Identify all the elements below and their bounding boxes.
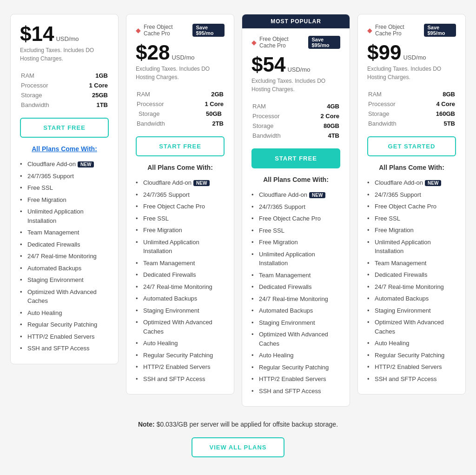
spec-label: RAM <box>21 71 73 80</box>
view-all-button[interactable]: VIEW ALL PLANS <box>192 437 284 457</box>
spec-label: Storage <box>21 91 73 100</box>
feature-item: Optimized With Advanced Caches <box>20 286 109 307</box>
spec-value: 160GB <box>420 109 455 118</box>
plan-popular: MOST POPULAR ◆ Free Object Cache Pro Sav… <box>242 14 350 407</box>
spec-value: 4TB <box>305 131 339 140</box>
plan-pro: ◆ Free Object Cache Pro Save $95/mo $99 … <box>357 14 466 395</box>
feature-item: Cloudflare Add-onNEW <box>20 158 109 170</box>
features-heading: All Plans Come With: <box>136 164 225 171</box>
spec-row-highlight: Storage 50GB <box>137 109 224 118</box>
feature-item: Automated Backups <box>20 262 109 274</box>
cta-button[interactable]: START FREE <box>136 136 225 156</box>
new-badge: NEW <box>78 161 94 167</box>
feature-item: Staging Environment <box>136 305 225 317</box>
specs-table: RAM 8GB Processor 4 Core Storage 160GB B… <box>367 89 456 129</box>
spec-row: Bandwidth 1TB <box>21 100 108 109</box>
feature-item: 24/7/365 Support <box>136 189 225 201</box>
feature-item: SSH and SFTP Access <box>251 385 340 397</box>
feature-item: Free Migration <box>367 224 456 236</box>
feature-item: Free Object Cache Pro <box>251 213 340 225</box>
feature-item: Cloudflare Add-onNEW <box>251 189 340 201</box>
spec-value: 50GB <box>188 109 224 118</box>
price-row: $99 USD/mo <box>367 42 456 63</box>
feature-item: 24/7/365 Support <box>251 201 340 213</box>
specs-table: RAM 1GB Processor 1 Core Storage 25GB Ba… <box>20 70 109 110</box>
feature-item: HTTP/2 Enabled Servers <box>20 331 109 343</box>
feature-item: Free Migration <box>251 236 340 248</box>
save-badge: Save $95/mo <box>192 24 225 37</box>
popular-badge: MOST POPULAR <box>242 14 350 28</box>
spec-label: Bandwidth <box>137 119 187 128</box>
spec-label: Processor <box>252 112 304 120</box>
spec-row: Processor 2 Core <box>252 112 339 120</box>
features-list: Cloudflare Add-onNEW24/7/365 SupportFree… <box>367 177 456 385</box>
spec-label: Processor <box>21 81 73 90</box>
cta-button[interactable]: START FREE <box>251 148 340 168</box>
feature-item: Team Management <box>136 257 225 269</box>
cta-button[interactable]: GET STARTED <box>367 136 456 156</box>
cta-button[interactable]: START FREE <box>20 118 109 138</box>
features-heading: All Plans Come With: <box>251 176 340 183</box>
price-amount: $54 <box>251 54 285 75</box>
feature-item: Automated Backups <box>251 305 340 317</box>
spec-row: Bandwidth 2TB <box>137 119 224 128</box>
price-note: Excluding Taxes. Includes DO Hosting Cha… <box>136 65 225 81</box>
spec-label: Storage <box>252 121 304 130</box>
feature-item: Unlimited Application Installation <box>367 236 456 257</box>
feature-item: Free SSL <box>136 213 225 225</box>
feature-item: Staging Environment <box>20 274 109 286</box>
promo-row: ◆ Free Object Cache Pro Save $95/mo <box>251 36 340 49</box>
price-note: Excluding Taxes. Includes DO Hosting Cha… <box>20 46 109 63</box>
specs-table: RAM 2GB Processor 1 Core Storage 50GB Ba… <box>136 89 225 129</box>
spec-row: Processor 4 Core <box>368 100 455 108</box>
spec-label: RAM <box>137 90 187 99</box>
spec-label: RAM <box>252 102 304 111</box>
spec-row: Processor 1 Core <box>21 81 108 90</box>
spec-label: Processor <box>368 100 419 108</box>
spec-value: 1GB <box>73 71 108 80</box>
price-amount: $99 <box>367 42 401 63</box>
spec-row: Storage 25GB <box>21 91 108 100</box>
promo-label: Free Object Cache Pro <box>144 24 190 37</box>
feature-item: HTTP/2 Enabled Servers <box>136 361 225 373</box>
feature-item: HTTP/2 Enabled Servers <box>367 361 456 373</box>
features-list: Cloudflare Add-onNEW24/7/365 SupportFree… <box>136 177 225 385</box>
feature-item: Auto Healing <box>136 337 225 349</box>
feature-item: Free SSL <box>20 182 109 194</box>
feature-item: Regular Security Patching <box>367 349 456 361</box>
feature-item: Auto Healing <box>367 337 456 349</box>
spec-value: 80GB <box>305 121 339 130</box>
feature-item: Automated Backups <box>367 293 456 305</box>
feature-item: 24/7 Real-time Monitoring <box>136 281 225 293</box>
spec-value: 1 Core <box>73 81 108 90</box>
footer-note-prefix: Note: <box>138 421 155 428</box>
feature-item: Unlimited Application Installation <box>251 248 340 269</box>
features-heading: All Plans Come With: <box>367 164 456 171</box>
pricing-cards: $14 USD/mo Excluding Taxes. Includes DO … <box>10 14 466 407</box>
spec-value: 2TB <box>188 119 224 128</box>
feature-item: Free SSL <box>367 213 456 225</box>
features-list: Cloudflare Add-onNEW24/7/365 SupportFree… <box>20 158 109 355</box>
feature-item: Free SSL <box>251 225 340 237</box>
spec-row: RAM 2GB <box>137 90 224 99</box>
price-period: USD/mo <box>56 35 79 42</box>
save-badge: Save $95/mo <box>308 36 341 49</box>
spec-row: RAM 8GB <box>368 90 455 99</box>
spec-label: RAM <box>368 90 419 99</box>
promo-row: ◆ Free Object Cache Pro Save $95/mo <box>136 24 225 37</box>
feature-item: Unlimited Application Installation <box>20 206 109 227</box>
feature-item: 24/7 Real-time Monitoring <box>20 250 109 262</box>
specs-table: RAM 4GB Processor 2 Core Storage 80GB Ba… <box>251 101 340 141</box>
price-row: $54 USD/mo <box>251 54 340 75</box>
price-note: Excluding Taxes. Includes DO Hosting Cha… <box>251 77 340 94</box>
promo-label: Free Object Cache Pro <box>375 24 421 37</box>
feature-item: Team Management <box>251 269 340 281</box>
spec-row: Bandwidth 5TB <box>368 119 455 128</box>
spec-value: 4GB <box>305 102 339 111</box>
new-badge: NEW <box>309 192 325 198</box>
feature-item: Automated Backups <box>136 293 225 305</box>
spec-label: Bandwidth <box>252 131 304 140</box>
feature-item: Staging Environment <box>367 305 456 317</box>
price-amount: $14 <box>20 24 54 44</box>
feature-item: Dedicated Firewalls <box>367 269 456 281</box>
